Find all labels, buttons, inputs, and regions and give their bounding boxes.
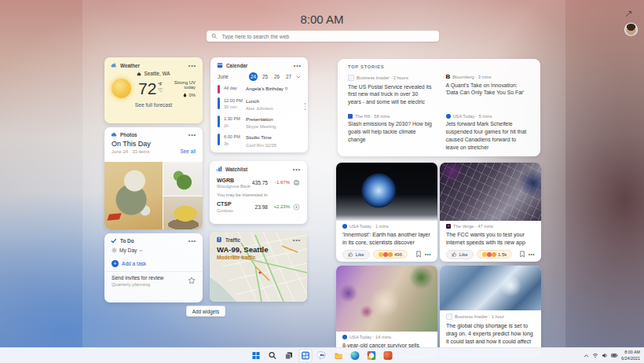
file-explorer-button[interactable] (333, 350, 345, 361)
stock-symbol: WGRB (217, 177, 251, 185)
photo-collage[interactable] (104, 162, 203, 229)
earth-photo (336, 163, 437, 221)
my-day-sun-icon (112, 248, 117, 253)
the-verge-favicon: ▼ (446, 224, 451, 229)
calendar-event[interactable]: 1:30 PM1h PresentationSkype Meeting (218, 116, 301, 130)
story-meta: Business Insider · 2 hours (357, 75, 408, 80)
calendar-date[interactable]: 25 (261, 72, 269, 81)
reactions-badge[interactable]: 496 (373, 250, 408, 258)
widget-title: Weather (120, 63, 140, 68)
calendar-event[interactable]: 12:00 PM30 min LunchAlex Johnson (218, 97, 301, 112)
chevron-up-icon[interactable] (584, 354, 589, 358)
bookmark-icon[interactable] (415, 251, 422, 258)
powerpoint-button[interactable] (382, 350, 394, 361)
chevron-down-icon[interactable] (296, 74, 301, 79)
see-all-link[interactable]: See all (180, 148, 196, 154)
more-options-icon[interactable]: ••• (188, 239, 196, 243)
event-color-bar (218, 134, 220, 145)
watchlist-icon (216, 166, 222, 172)
watchlist-widget[interactable]: Watchlist ••• WGRB Woodgrove Bank 435.75… (210, 161, 307, 224)
taskbar-clock[interactable]: 8:00 AM 6/24/2021 (621, 350, 640, 361)
reactions-badge[interactable]: 1.5k (477, 250, 513, 258)
watchlist-suggestion-row[interactable]: CTSP Contoso 23.98 +2.23% (210, 198, 307, 216)
photos-widget[interactable]: Photos ••• On This Day June 24 · 33 item… (104, 127, 203, 229)
weather-widget[interactable]: Weather ••• Seattle, WA 72 °F °C Strong … (104, 57, 203, 123)
plus-icon: + (112, 260, 119, 267)
photo-thumbnail[interactable] (163, 162, 203, 196)
more-options-icon[interactable]: ••• (188, 64, 196, 68)
more-options-icon[interactable]: ••• (188, 133, 196, 137)
news-card[interactable]: USA Today · 14 mins 8-year-old cancer su… (336, 266, 437, 358)
calendar-date[interactable]: 27 (284, 72, 293, 81)
add-widgets-button[interactable]: Add widgets (186, 306, 225, 317)
watchlist-stock-row[interactable]: WGRB Woodgrove Bank 435.75 -1.67% (210, 174, 307, 192)
start-button[interactable] (251, 350, 262, 361)
news-card[interactable]: Business Insider · 1 hour The global chi… (440, 266, 541, 358)
calendar-event[interactable]: All day Angela's Birthday !! (218, 85, 301, 94)
expand-panel-button[interactable] (624, 9, 633, 19)
bookmark-icon[interactable] (519, 251, 525, 258)
todo-check-icon (111, 238, 117, 244)
photo-thumbnail[interactable] (104, 162, 163, 229)
more-options-icon[interactable]: ••• (529, 251, 535, 257)
news-card[interactable]: USA Today · 1 mins 'Innermost': Earth ha… (336, 163, 437, 262)
more-options-icon[interactable]: ••• (425, 251, 431, 257)
chat-button[interactable] (317, 350, 328, 361)
task-subtitle: Quarterly planning (112, 282, 163, 287)
news-card[interactable]: ▼ The Verge · 47 mins The FCC wants you … (440, 163, 541, 262)
battery-icon[interactable] (611, 353, 618, 358)
watchlist-suggestion-label: You may be interested in (210, 192, 307, 198)
stock-price: 23.98 (254, 204, 268, 210)
network-icon[interactable] (592, 353, 598, 358)
edge-button[interactable] (349, 350, 361, 361)
calendar-event[interactable]: 6:00 PM3h Studio TimeConf Rm 32/35 (218, 134, 301, 148)
star-icon[interactable] (188, 277, 196, 284)
traffic-widget[interactable]: Traffic ••• WA-99, Seattle Moderate traf… (210, 232, 307, 302)
avatar[interactable] (624, 23, 638, 36)
calendar-date-selected[interactable]: 24 (249, 72, 258, 81)
calendar-icon (217, 62, 223, 68)
news-story[interactable]: B Bloomberg · 3 mins A Quant's Take on I… (446, 75, 531, 106)
stock-change: -1.67% (270, 180, 290, 185)
stock-added-icon[interactable] (293, 179, 300, 186)
add-stock-icon[interactable] (293, 204, 300, 211)
add-task-button[interactable]: + Add a task (104, 256, 203, 271)
news-story[interactable]: The Hill · 58 mins Slash emissions by 20… (348, 114, 433, 152)
task-view-button[interactable] (284, 350, 295, 361)
widgets-panel: 8:00 AM Weather ••• Seattle, WA (0, 0, 644, 363)
top-stories-header: TOP STORIES (348, 64, 530, 69)
like-button[interactable]: Like (342, 250, 370, 259)
taskbar-search-button[interactable] (267, 350, 279, 361)
thumbs-up-icon (348, 251, 353, 257)
edge-icon (351, 351, 360, 360)
scrollbar[interactable] (305, 103, 306, 110)
todo-widget[interactable]: To Do ••• My Day + Add a task Send invit… (104, 233, 203, 302)
photos-app-button[interactable] (366, 350, 378, 361)
weather-icon (111, 62, 117, 68)
calendar-month: June (218, 74, 229, 79)
volume-icon[interactable] (602, 353, 608, 358)
news-story[interactable]: USA Today · 5 mins Jets forward Mark Sch… (446, 114, 531, 152)
like-button[interactable]: Like (446, 250, 474, 259)
news-story[interactable]: Business Insider · 2 hours The US Postal… (348, 75, 433, 106)
weather-condition: Strong UV today (163, 80, 196, 90)
see-full-forecast-link[interactable]: See full forecast (104, 102, 203, 108)
widgets-button[interactable] (300, 350, 312, 361)
system-tray[interactable]: 8:00 AM 6/24/2021 (584, 348, 640, 363)
more-options-icon[interactable]: ••• (293, 167, 301, 171)
calendar-widget[interactable]: Calendar ••• June 24 25 26 27 All day An… (210, 57, 308, 152)
todo-task-row[interactable]: Send invites for review Quarterly planni… (104, 271, 203, 290)
more-options-icon[interactable]: ••• (293, 238, 301, 242)
todo-list-selector[interactable]: My Day (104, 245, 203, 256)
search-input[interactable] (221, 33, 434, 40)
emoji-reaction-icon (388, 252, 393, 257)
task-view-icon (285, 351, 294, 360)
widget-title: Traffic (225, 237, 240, 243)
emoji-reaction-icon (379, 252, 383, 257)
search-icon (211, 33, 218, 39)
card-meta: The Verge · 47 mins (453, 224, 493, 229)
calendar-date[interactable]: 26 (273, 72, 281, 81)
search-bar[interactable] (207, 31, 439, 42)
photo-thumbnail[interactable] (163, 196, 203, 230)
more-options-icon[interactable]: ••• (294, 64, 302, 68)
